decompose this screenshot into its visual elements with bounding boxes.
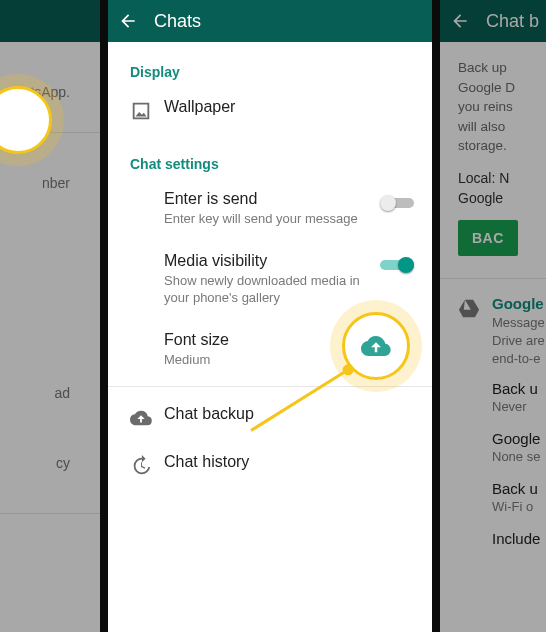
backup-over-label: Back u xyxy=(492,480,546,497)
history-icon xyxy=(130,453,164,477)
panel-previous-screen: tsApp. nber ad cy xyxy=(0,0,100,632)
font-size-title: Font size xyxy=(164,331,414,349)
chats-header-title: Chats xyxy=(154,11,201,32)
chats-header: Chats xyxy=(108,0,432,42)
media-visibility-title: Media visibility xyxy=(164,252,380,270)
left-fragment-2: nber xyxy=(0,163,100,203)
left-fragment-3: ad xyxy=(0,373,100,413)
wallpaper-icon xyxy=(130,98,164,122)
chat-backup-header: Chat b xyxy=(440,0,546,42)
gdrive-settings-sub: Message Drive are end-to-e xyxy=(492,314,546,369)
font-size-value: Medium xyxy=(164,351,414,369)
chat-backup-screen: Chat b Back up Google D you reins will a… xyxy=(440,0,546,632)
media-visibility-toggle[interactable] xyxy=(380,256,414,274)
backup-button[interactable]: BAC xyxy=(458,220,518,256)
media-visibility-row[interactable]: Media visibility Show newly downloaded m… xyxy=(108,240,432,319)
previous-screen-header xyxy=(0,0,100,42)
chat-backup-row[interactable]: Chat backup xyxy=(108,387,432,441)
google-drive-icon xyxy=(458,295,492,369)
chat-backup-label: Chat backup xyxy=(164,405,414,423)
left-fragment-4: cy xyxy=(0,443,100,483)
enter-is-send-title: Enter is send xyxy=(164,190,380,208)
backup-to-gdrive-row[interactable]: Back u Never xyxy=(440,368,546,418)
chat-history-label: Chat history xyxy=(164,453,414,471)
google-account-label: Google xyxy=(492,430,546,447)
section-header-display: Display xyxy=(108,42,432,86)
back-icon[interactable] xyxy=(118,11,138,31)
backup-over-row[interactable]: Back u Wi-Fi o xyxy=(440,468,546,518)
backup-intro-text: Back up Google D you reins will also sto… xyxy=(458,58,546,156)
backup-to-value: Never xyxy=(492,399,546,414)
chat-history-row[interactable]: Chat history xyxy=(108,441,432,489)
panel-separator xyxy=(100,0,108,632)
include-videos-label: Include xyxy=(492,530,546,547)
wallpaper-label: Wallpaper xyxy=(164,98,414,116)
cloud-upload-icon xyxy=(130,405,164,429)
backup-over-value: Wi-Fi o xyxy=(492,499,546,514)
google-account-value: None se xyxy=(492,449,546,464)
google-account-row[interactable]: Google None se xyxy=(440,418,546,468)
enter-is-send-row[interactable]: Enter is send Enter key will send your m… xyxy=(108,178,432,240)
backup-to-label: Back u xyxy=(492,380,546,397)
gdrive-settings-heading: Google xyxy=(492,295,546,312)
chat-backup-header-title: Chat b xyxy=(486,11,539,32)
chats-settings-screen: Chats Display Wallpaper Chat settings En… xyxy=(108,0,432,632)
enter-is-send-toggle[interactable] xyxy=(380,194,414,212)
media-visibility-subtitle: Show newly downloaded media in your phon… xyxy=(164,272,380,307)
font-size-row[interactable]: Font size Medium xyxy=(108,319,432,381)
wallpaper-row[interactable]: Wallpaper xyxy=(108,86,432,134)
section-header-chat-settings: Chat settings xyxy=(108,134,432,178)
panel-separator xyxy=(432,0,440,632)
left-fragment-1: tsApp. xyxy=(0,72,100,112)
back-icon[interactable] xyxy=(450,11,470,31)
include-videos-row[interactable]: Include xyxy=(440,518,546,551)
google-backup-line: Google xyxy=(458,190,546,206)
enter-is-send-subtitle: Enter key will send your message xyxy=(164,210,380,228)
local-backup-line: Local: N xyxy=(458,170,546,186)
